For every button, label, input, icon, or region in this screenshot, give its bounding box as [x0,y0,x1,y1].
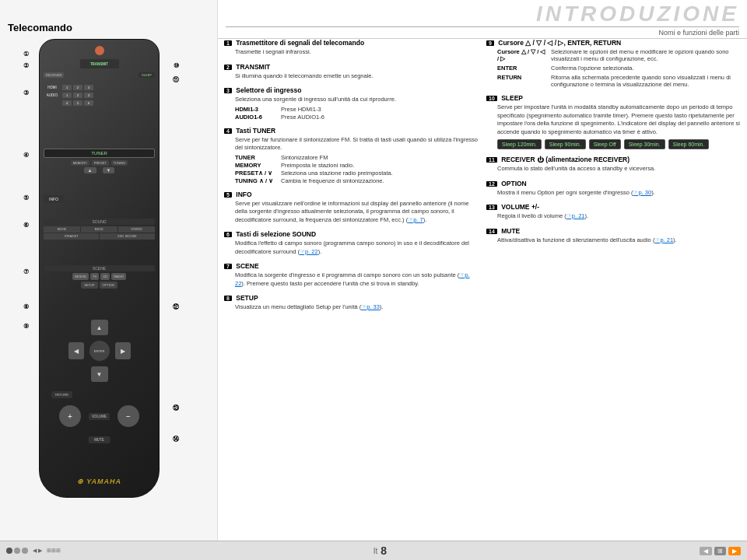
memory-btn[interactable]: MEMORY [71,160,89,166]
grid-nav[interactable]: ⊞ [714,547,726,555]
audio-5-btn[interactable]: 5 [73,100,82,106]
vol-minus-btn[interactable]: − [117,405,139,427]
dot-1 [6,548,12,554]
scene-section: SCENE BD/DVD TV CD RADIO SETUP OPTION [44,265,155,289]
audio-label-btn[interactable]: AUDIO [44,93,61,98]
hdmi-label-btn[interactable]: HDMI [44,85,61,90]
section-13-link[interactable]: ☞p. 21 [566,212,585,219]
num-7: ⑦ [23,268,29,275]
hdmi-1-btn[interactable]: 1 [62,85,72,90]
section-12-link[interactable]: ☞p. 30 [633,189,651,196]
section-14-link[interactable]: ☞p. 21 [654,236,673,243]
section-1-title: 1 Trasmettitore di segnali del telecoman… [224,39,479,47]
section-4-title: 4 Tasti TUNER [224,127,479,135]
option-btn[interactable]: OPTION [100,282,117,289]
enter-btn[interactable]: ENTER [89,341,110,361]
section-6-link[interactable]: ☞p. 22 [300,248,318,255]
sleep-btn[interactable]: SLEEP [139,72,155,78]
stereo-btn[interactable]: STEREO [118,226,155,233]
nav-right-btn[interactable]: ▶ [115,342,131,359]
sleep-120-box: Sleep 120min. [497,139,542,149]
tuner-down-btn[interactable]: ▼ [103,167,115,173]
tuning-btn[interactable]: TUNING [111,160,128,166]
nav-down-btn[interactable]: ▼ [91,366,108,382]
section-12-num: 12 [486,181,497,187]
section-10-num: 10 [486,96,497,101]
section-3-title: 3 Selettore di ingresso [224,86,479,94]
section-14: 14 MUTE Attiva/disattiva la funzione di … [486,227,741,245]
section-5-link[interactable]: ☞p. 7 [408,216,423,223]
setup-btn[interactable]: SETUP [81,282,97,289]
radio-btn[interactable]: RADIO [111,273,126,280]
remote-body: TRANSMIT SLEEP RECEIVER HDMI 1 2 3 AUDIO [39,39,160,498]
bd-dvd-btn[interactable]: BD/DVD [72,273,89,280]
num-10: ⑩ [174,62,179,69]
section-8: 8 SETUP Visualizza un menu dettagliato S… [224,294,479,312]
section-9-num: 9 [486,40,494,46]
volume-area: + VOLUME − [44,405,155,427]
vol-plus-btn[interactable]: + [59,405,81,427]
hdmi-2-btn[interactable]: 2 [73,85,82,90]
page-number: 8 [381,544,387,557]
scene-label: SCENE [44,265,155,271]
section-3-text: Seleziona una sorgente di ingresso sull'… [235,96,479,104]
section-7-text: Modifica la sorgente d'ingresso e il pro… [235,271,479,288]
section-12: 12 OPTION Mostra il menu Option per ogni… [486,180,741,198]
info-btn[interactable]: INFO [44,195,64,203]
num-5: ⑤ [23,194,29,201]
audio-2-btn[interactable]: 2 [73,93,82,98]
sub-row-memory: MEMORY Preimposta le stazioni radio. [235,162,479,169]
audio-4-btn[interactable]: 4 [62,100,72,106]
it-label: It [374,547,378,555]
music-btn[interactable]: MUSIC [81,226,117,233]
num-1: ① [23,51,29,58]
enter-row: ENTER Conferma l'opzione selezionata. [497,65,741,72]
mute-btn[interactable]: MUTE [88,436,110,443]
section-13-text: Regola il livello di volume (☞p. 21). [497,212,741,221]
section-7-num: 7 [224,264,232,269]
sub-row-audio: AUDIO1-6 Prese AUDIO1-6 [235,114,479,121]
num-8: ⑧ [23,303,29,310]
return-area: RETURN [51,391,72,398]
tv-btn[interactable]: TV [90,273,99,280]
ir-emitter [95,46,104,55]
prev-page-btn[interactable]: ◀ [700,547,712,555]
nav-arrows: ◀ ⊞ ▶ [700,547,741,555]
nav-up-btn[interactable]: ▲ [91,320,108,335]
audio-1-btn[interactable]: 1 [62,93,72,98]
two-column-layout: 1 Trasmettitore di segnali del telecoman… [224,39,741,537]
next-page-btn[interactable]: ▶ [728,547,741,555]
receiver-top-area: RECEIVER [44,72,64,78]
num-9: ⑨ [23,323,29,330]
audio-3-btn[interactable]: 3 [84,93,93,98]
audio-6-btn[interactable]: 6 [84,100,93,106]
sound-section: SOUND MOVIE MUSIC STEREO STRAIGHT SUR. D… [44,219,155,240]
nav-left-btn[interactable]: ◀ [68,342,84,359]
straight-btn[interactable]: STRAIGHT [44,233,99,240]
section-8-title: 8 SETUP [224,294,479,302]
return-btn[interactable]: RETURN [51,391,72,398]
section-11-title: 11 RECEIVER ⏻ (alimentazione RECEIVER) [486,156,741,163]
preset-btn[interactable]: PRESET [92,160,109,166]
setup-option-row: SETUP OPTION [44,282,155,289]
sur-decode-btn[interactable]: SUR. DECODE [100,233,155,240]
header: INTRODUZIONE Nomi e funzioni delle parti [218,0,747,39]
section-7-link1[interactable]: ☞p. 22 [235,271,470,287]
receiver-btn[interactable]: RECEIVER [44,72,64,78]
section-5-title: 5 INFO [224,191,479,198]
section-9-title: 9 Cursore △ / ▽ / ◁ / ▷, ENTER, RETURN [486,39,741,47]
section-2: 2 TRANSMIT Si illumina quando il telecom… [224,63,479,81]
return-row: RETURN Ritorna alla schermata precedente… [497,74,741,88]
bottom-bar: ◀ ▶ ⊞⊞⊞ It 8 ◀ ⊞ ▶ [0,541,747,560]
transmit-label: TRANSMIT [90,62,108,66]
movie-btn[interactable]: MOVIE [44,226,80,233]
cd-btn[interactable]: CD [100,273,110,280]
hdmi-3-btn[interactable]: 3 [84,85,93,90]
bottom-grid-icon: ⊞⊞⊞ [47,548,61,554]
num-2: ② [23,62,29,69]
tuner-up-btn[interactable]: ▲ [84,167,96,173]
yamaha-logo: ⊕ YAMAHA [77,478,121,485]
section-8-link[interactable]: ☞p. 33 [361,303,380,310]
volume-label: VOLUME [89,413,110,420]
sleep-30-box: Sleep 30min. [624,139,665,149]
